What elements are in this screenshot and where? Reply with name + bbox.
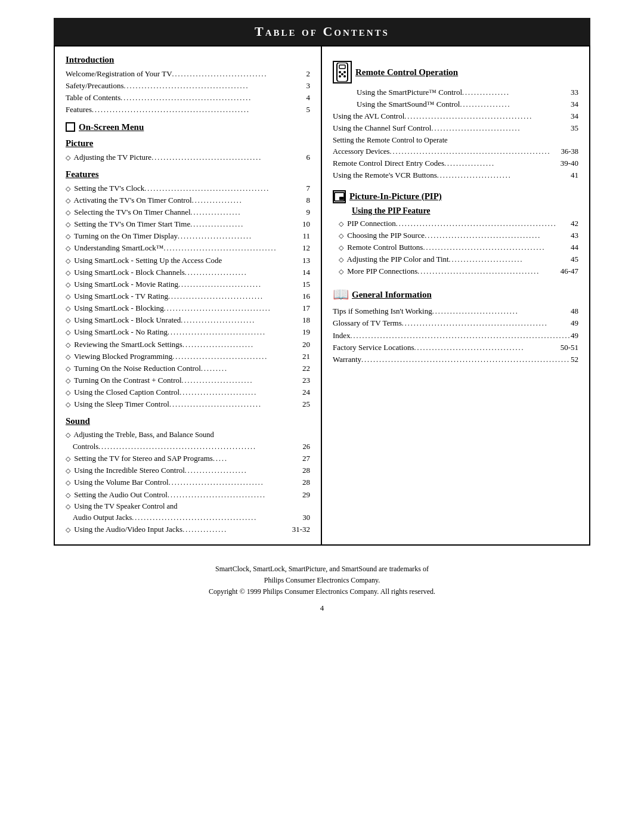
toc-entry: ◇ Using the Incredible Stereo Control ..… [66,465,310,476]
page-number: 4 [54,603,590,613]
entry-text: Features [66,104,92,116]
svg-rect-1 [339,65,345,69]
entry-text: Table of Contents [66,92,120,104]
general-info-section: 📖 General Information Tips if Something … [333,287,578,366]
toc-entry: ◇ Using the Volume Bar Control .........… [66,476,310,488]
toc-entry: ◇ Adjusting the TV Picture .............… [66,151,310,163]
features-heading: Features [66,169,310,179]
toc-entry: ◇ Setting the TV's Clock ...............… [66,182,310,194]
remote-icon [333,61,352,83]
toc-entry: Factory Service Locations ..............… [333,342,578,354]
toc-entry: ◇ PIP Connection .......................… [333,218,578,230]
menu-icon [66,122,75,132]
introduction-heading: Introduction [66,55,310,65]
toc-entry: ◇ Using the Closed Caption Control .....… [66,386,310,398]
right-column: Remote Control Operation Using the Smart… [322,47,589,544]
remote-heading-row: Remote Control Operation [333,61,578,83]
sound-section: Sound ◇ Adjusting the Treble, Bass, and … [66,416,310,535]
svg-point-6 [341,73,343,76]
toc-entry: ◇ Using SmartLock - Block Unrated ......… [66,314,310,326]
svg-rect-0 [337,63,348,82]
toc-entry: ◇ Using SmartLock - Movie Rating .......… [66,278,310,290]
page: Table of Contents Introduction Welcome/R… [54,0,590,631]
toc-entry: Warranty ...............................… [333,354,578,366]
title-bar: Table of Contents [54,18,590,45]
remote-control-section: Remote Control Operation Using the Smart… [333,61,578,182]
pip-heading-row: Picture-In-Picture (PIP) [333,190,578,203]
book-icon: 📖 [333,287,348,302]
introduction-section: Introduction Welcome/Registration of You… [66,55,310,116]
toc-entry: Using the AVL Control ..................… [333,110,578,122]
toc-entry: ◇ Using SmartLock - Block Channels .....… [66,267,310,278]
general-info-heading-row: 📖 General Information [333,287,578,302]
toc-entry: ◇ Turning on the On Timer Display ......… [66,230,310,242]
picture-section: Picture ◇ Adjusting the TV Picture .....… [66,138,310,163]
toc-entry: Using the SmartSound™ Control ..........… [333,98,578,110]
entry-text: Safety/Precautions [66,80,123,92]
footnote-line1: SmartClock, SmartLock, SmartPicture, and… [54,563,590,575]
toc-entry: Features ...............................… [66,104,310,116]
toc-entry: ◇ More PIP Connections .................… [333,265,578,277]
toc-entry: ◇ Selecting the TV's On Timer Channel ..… [66,206,310,218]
toc-entry: Tips if Something Isn't Working ........… [333,305,578,317]
footnote: SmartClock, SmartLock, SmartPicture, and… [54,563,590,598]
toc-entry: ◇ Turning On the Noise Reduction Control… [66,363,310,374]
on-screen-menu-row: On-Screen Menu [66,122,310,132]
on-screen-menu-heading: On-Screen Menu [79,122,144,132]
remote-control-heading: Remote Control Operation [355,67,458,78]
svg-point-3 [343,71,346,73]
content-box: Introduction Welcome/Registration of You… [54,45,590,546]
toc-entry: ◇ Using the TV Speaker Control and Audio… [66,501,310,524]
toc-entry: ◇ Using SmartLock - No Rating ..........… [66,326,310,338]
toc-entry: Using the Channel Surf Control .........… [333,122,578,134]
footnote-line2: Philips Consumer Electronics Company. [54,575,590,586]
footnote-line3: Copyright © 1999 Philips Consumer Electr… [54,586,590,597]
left-column: Introduction Welcome/Registration of You… [55,47,322,544]
toc-entry: Table of Contents ......................… [66,92,310,104]
toc-entry: ◇ Activating the TV's On Timer Control .… [66,194,310,206]
toc-entry: ◇ Adjusting the PIP Color and Tint .....… [333,253,578,265]
toc-entry: ◇ Adjusting the Treble, Bass, and Balanc… [66,429,310,453]
toc-entry: ◇ Viewing Blocked Programming ..........… [66,351,310,363]
pip-icon [333,190,346,203]
picture-heading: Picture [66,138,310,148]
toc-entry: ◇ Using SmartLock - Setting Up the Acces… [66,255,310,267]
entry-text: Welcome/Registration of Your TV [66,68,172,80]
page-title: Table of Contents [255,24,389,39]
svg-point-4 [339,75,341,78]
toc-entry: Setting the Remote Control to Operate Ac… [333,135,578,158]
entry-text: ◇ Adjusting the TV Picture [66,151,151,163]
toc-entry: Welcome/Registration of Your TV ........… [66,68,310,80]
svg-point-2 [339,71,341,73]
pip-sub-heading: Using the PIP Feature [352,206,578,216]
toc-entry: Glossary of TV Terms ...................… [333,317,578,329]
pip-heading: Picture-In-Picture (PIP) [349,191,442,202]
toc-entry: ◇ Reviewing the SmartLock Settings .....… [66,339,310,351]
features-section: Features ◇ Setting the TV's Clock ......… [66,169,310,411]
toc-entry: ◇ Setting the TV for Stereo and SAP Prog… [66,453,310,465]
toc-entry: ◇ Remote Control Buttons ...............… [333,241,578,253]
sound-heading: Sound [66,416,310,426]
toc-entry: ◇ Using SmartLock - Blocking ...........… [66,302,310,314]
svg-rect-8 [339,197,343,200]
toc-entry: Safety/Precautions .....................… [66,80,310,92]
toc-entry: ◇ Choosing the PIP Source ..............… [333,230,578,241]
pip-section: Picture-In-Picture (PIP) Using the PIP F… [333,190,578,278]
toc-entry: ◇ Using the Audio/Video Input Jacks ....… [66,524,310,535]
toc-entry: ◇ Setting the Audio Out Control ........… [66,489,310,501]
svg-point-5 [343,75,346,78]
toc-entry: ◇ Using SmartLock - TV Rating ..........… [66,290,310,302]
toc-entry: ◇ Turning On the Contrast + Control ....… [66,374,310,386]
toc-entry: Using the Remote's VCR Buttons .........… [333,169,578,181]
general-info-heading: General Information [352,290,432,300]
toc-entry: ◇ Setting the TV's On Timer Start Time .… [66,218,310,230]
toc-entry: ◇ Understanding SmartLock™ .............… [66,242,310,254]
toc-entry: ◇ Using the Sleep Timer Control ........… [66,398,310,410]
toc-entry: Using the SmartPicture™ Control ........… [333,86,578,98]
toc-entry: Index ..................................… [333,330,578,342]
toc-entry: Remote Control Direct Entry Codes ......… [333,157,578,169]
